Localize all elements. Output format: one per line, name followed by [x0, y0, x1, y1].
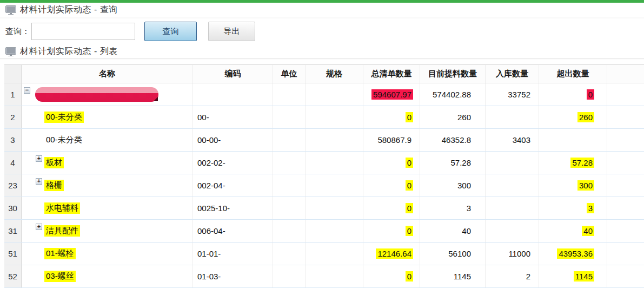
- cell-total: 0: [363, 106, 420, 128]
- search-button[interactable]: 查询: [144, 22, 197, 41]
- cell-spec: [306, 106, 363, 128]
- expand-icon[interactable]: +: [36, 224, 42, 230]
- current-value: 574402.88: [431, 89, 473, 100]
- table-row[interactable]: 30水电辅料0025-10-033: [4, 197, 644, 220]
- table-row[interactable]: 31+洁具配件006-04-04040: [4, 220, 644, 243]
- query-panel-title: 材料计划实际动态 - 查询: [0, 3, 644, 17]
- excess-value: 0: [587, 89, 594, 100]
- cell-extra: [607, 106, 644, 128]
- row-number: 1: [4, 83, 22, 106]
- total-value: 594607.97: [371, 89, 413, 100]
- cell-code: [193, 83, 273, 106]
- cell-name: 00-未分类: [22, 106, 193, 128]
- cell-inbound: [486, 220, 539, 242]
- query-label: 查询：: [5, 27, 30, 37]
- total-value: 0: [406, 158, 413, 168]
- inbound-value: 3403: [511, 135, 532, 145]
- table-body: 1−594607.97574402.88337520200-未分类00-0260…: [4, 83, 644, 288]
- cell-code: 002-02-: [193, 152, 273, 174]
- page-title: 材料计划实际动态 - 查询: [20, 4, 118, 16]
- cell-current: 57.28: [420, 152, 486, 174]
- cell-name: 01-螺栓: [22, 243, 193, 265]
- cell-unit: [273, 83, 306, 106]
- cell-excess: 3: [539, 197, 607, 219]
- table-row[interactable]: 300-未分类00-00-580867.946352.83403: [4, 129, 644, 152]
- expand-icon[interactable]: +: [36, 155, 42, 162]
- cell-excess: 0: [539, 83, 607, 106]
- cell-inbound: [486, 152, 539, 174]
- name-text: 格栅: [44, 180, 64, 191]
- name-text: 水电辅料: [44, 202, 80, 214]
- cell-spec: [306, 152, 363, 174]
- row-number: 3: [4, 129, 22, 151]
- cell-spec: [306, 83, 363, 106]
- column-header-total: 总清单数量: [363, 65, 420, 83]
- total-value: 0: [406, 203, 413, 213]
- cell-unit: [273, 174, 306, 197]
- table-row[interactable]: 4+板材002-02-057.2857.28: [4, 152, 644, 174]
- name-text: 板材: [44, 157, 64, 168]
- export-button[interactable]: 导出: [208, 22, 255, 41]
- current-value: 300: [456, 180, 473, 191]
- cell-code: 002-04-: [193, 174, 273, 197]
- cell-spec: [306, 129, 363, 151]
- cell-excess: 300: [539, 174, 607, 197]
- total-value: 0: [406, 271, 413, 282]
- table-row[interactable]: 5203-螺丝01-03-0114521145: [4, 265, 644, 288]
- column-header-spec: 规格: [306, 65, 363, 83]
- cell-excess: 57.28: [539, 152, 607, 174]
- cell-extra: [607, 197, 644, 219]
- inbound-value: 11000: [507, 248, 532, 259]
- cell-current: 56100: [420, 243, 486, 265]
- search-input[interactable]: [31, 23, 135, 40]
- column-header-name: 名称: [22, 65, 193, 83]
- current-value: 57.28: [449, 158, 473, 168]
- cell-name: +洁具配件: [22, 220, 193, 242]
- excess-value: 57.28: [570, 158, 594, 168]
- cell-total: 580867.9: [363, 129, 420, 151]
- name-text: 01-螺栓: [44, 248, 76, 259]
- cell-code: 01-03-: [193, 265, 273, 287]
- table-row[interactable]: 23+格栅002-04-0300300: [4, 174, 644, 197]
- cell-spec: [306, 197, 363, 219]
- cell-name: +格栅: [22, 174, 193, 197]
- cell-current: 574402.88: [420, 83, 486, 106]
- column-header-code: 编码: [193, 65, 273, 83]
- cell-unit: [273, 220, 306, 242]
- column-header-current: 目前提料数量: [420, 65, 486, 83]
- current-value: 40: [460, 226, 473, 236]
- cell-total: 0: [363, 265, 420, 287]
- column-header-excess: 超出数量: [539, 65, 607, 83]
- cell-unit: [273, 265, 306, 287]
- cell-inbound: 11000: [486, 243, 539, 265]
- column-header-inbound: 入库数量: [486, 65, 539, 83]
- total-value: 0: [406, 112, 413, 122]
- cell-excess: 260: [539, 106, 607, 128]
- column-header-extra: [607, 65, 644, 83]
- cell-extra: [607, 152, 644, 174]
- excess-value: 3: [587, 203, 594, 213]
- cell-total: 0: [363, 174, 420, 197]
- cell-total: 0: [363, 152, 420, 174]
- cell-inbound: 33752: [486, 83, 539, 106]
- cell-extra: [607, 174, 644, 197]
- table-row[interactable]: 1−594607.97574402.88337520: [4, 83, 644, 106]
- cell-current: 46352.8: [420, 129, 486, 151]
- excess-value: 43953.36: [557, 248, 594, 259]
- cell-current: 1145: [420, 265, 486, 287]
- table-row[interactable]: 5101-螺栓01-01-12146.64561001100043953.36: [4, 243, 644, 265]
- expand-icon[interactable]: +: [36, 178, 42, 185]
- cell-inbound: 2: [486, 265, 539, 287]
- cell-extra: [607, 265, 644, 287]
- table-row[interactable]: 200-未分类00-0260260: [4, 106, 644, 129]
- cell-code: 006-04-: [193, 220, 273, 242]
- monitor-icon: [5, 47, 16, 56]
- cell-total: 0: [363, 220, 420, 242]
- row-number: 31: [4, 220, 22, 242]
- row-number: 23: [4, 174, 22, 197]
- name-text: 洁具配件: [44, 225, 80, 237]
- collapse-icon[interactable]: −: [24, 87, 30, 94]
- cell-excess: 40: [539, 220, 607, 242]
- cell-excess: 1145: [539, 265, 607, 287]
- cell-name: +板材: [22, 152, 193, 174]
